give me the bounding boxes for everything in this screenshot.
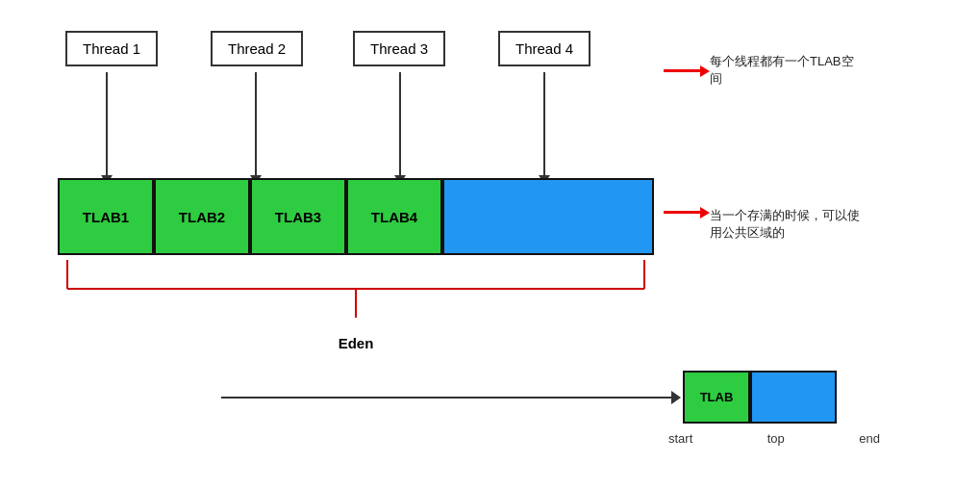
horiz-arrow [221, 397, 673, 399]
tlab-public-area [442, 178, 654, 255]
tlab3-box: TLAB3 [250, 178, 346, 255]
eden-label: Eden [58, 335, 654, 351]
small-tlab-row: TLAB [683, 371, 837, 424]
thread3-arrow [399, 72, 401, 176]
tlab-row: TLAB1 TLAB2 TLAB3 TLAB4 [58, 178, 654, 255]
thread1-arrow [106, 72, 108, 176]
thread4-arrow [543, 72, 545, 176]
annotation1-container: 每个线程都有一个TLAB空间 [664, 53, 864, 88]
label-top: top [767, 431, 785, 446]
thread2-box: Thread 2 [211, 31, 303, 66]
red-arrow-1 [664, 69, 702, 72]
annotation1-text: 每个线程都有一个TLAB空间 [710, 53, 864, 88]
small-tlab-blue [750, 371, 837, 424]
tlab2-box: TLAB2 [154, 178, 250, 255]
small-tlab-green: TLAB [683, 371, 750, 424]
thread3-box: Thread 3 [353, 31, 445, 66]
tlab4-box: TLAB4 [346, 178, 442, 255]
thread4-box: Thread 4 [498, 31, 591, 66]
bottom-labels: start top end [668, 431, 880, 446]
annotation2-container: 当一个存满的时候，可以使用公共区域的 [664, 207, 864, 242]
annotation2-text: 当一个存满的时候，可以使用公共区域的 [710, 207, 864, 242]
red-arrow-2 [664, 211, 702, 214]
thread2-arrow [255, 72, 257, 176]
label-start: start [668, 431, 692, 446]
eden-bracket [58, 260, 654, 341]
thread1-box: Thread 1 [65, 31, 158, 66]
tlab1-box: TLAB1 [58, 178, 154, 255]
main-diagram: Thread 1 Thread 2 Thread 3 Thread 4 TLAB… [0, 0, 980, 489]
label-end: end [859, 431, 880, 446]
